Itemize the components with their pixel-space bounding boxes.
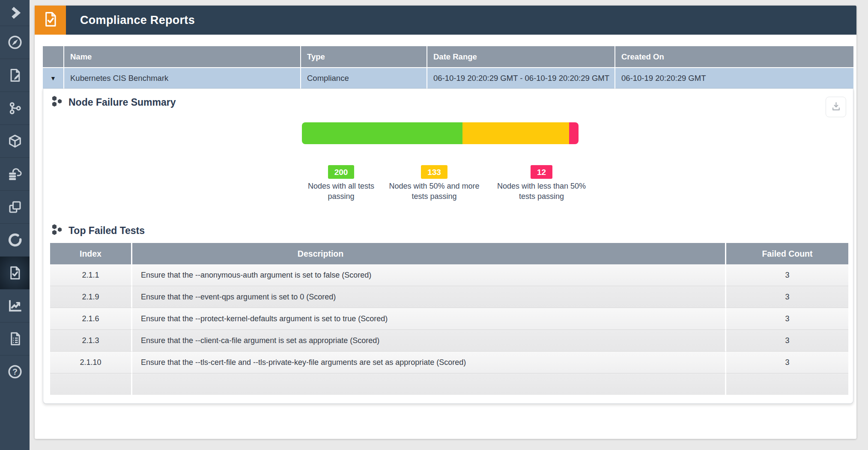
test-description-cell: Ensure that the --anonymous-auth argumen…: [132, 264, 726, 286]
legend-label: Nodes with all tests passing: [304, 181, 379, 202]
sidebar-item-explore[interactable]: [0, 26, 30, 59]
failed-test-row: 2.1.10 Ensure that the --tls-cert-file a…: [50, 351, 848, 373]
sidebar: ?: [0, 0, 30, 450]
test-description-cell: Ensure that the --protect-kernel-default…: [132, 308, 726, 329]
reports-table-header-row: Name Type Date Range Created On: [43, 46, 853, 67]
page-title: Compliance Reports: [80, 14, 195, 27]
refresh-icon: [7, 232, 23, 248]
test-description-cell: Ensure that the --event-qps argument is …: [132, 286, 726, 308]
col-failed-count: Failed Count: [726, 243, 848, 264]
node-failure-legend: 200 Nodes with all tests passing 133 Nod…: [304, 165, 590, 202]
legend-item: 133 Nodes with 50% and more tests passin…: [383, 165, 486, 202]
test-index-cell: 2.1.9: [50, 286, 132, 308]
compass-icon: [7, 35, 23, 50]
download-icon: [830, 101, 842, 113]
legend-value-badge: 133: [421, 165, 447, 179]
sidebar-item-topology[interactable]: [0, 92, 30, 124]
report-date-range-cell: 06-10-19 20:20:29 GMT - 06-10-19 20:20:2…: [427, 67, 615, 89]
hexagon-nodes-icon: [51, 223, 63, 238]
document-check-icon: [42, 11, 59, 30]
question-mark-icon: ?: [7, 364, 23, 379]
document-check-icon: [7, 265, 23, 281]
row-expander-icon[interactable]: ▼: [43, 67, 64, 89]
overlapping-squares-icon: [7, 199, 23, 215]
sidebar-item-workloads[interactable]: [0, 124, 30, 157]
sidebar-item-report-list[interactable]: [0, 322, 30, 355]
legend-label: Nodes with less than 50% tests passing: [493, 181, 590, 202]
svg-text:?: ?: [12, 367, 18, 376]
failed-tests-header-row: Index Description Failed Count: [50, 243, 848, 264]
report-name-cell: Kubernetes CIS Benchmark: [64, 67, 301, 89]
download-report-button[interactable]: [826, 97, 846, 117]
test-description-cell: Ensure that the --client-ca-file argumen…: [132, 329, 726, 351]
failed-test-row: 2.1.9 Ensure that the --event-qps argume…: [50, 286, 848, 308]
top-failed-tests-table: Index Description Failed Count 2.1.1 Ens…: [50, 243, 848, 395]
test-index-cell: 2.1.6: [50, 308, 132, 329]
section-title: Top Failed Tests: [69, 225, 145, 237]
node-failure-stacked-bar: [302, 122, 579, 144]
sidebar-item-metrics[interactable]: [0, 289, 30, 322]
cloud-database-icon: [7, 166, 23, 182]
test-failed-count-cell: 3: [726, 329, 848, 351]
legend-item: 200 Nodes with all tests passing: [304, 165, 379, 202]
bar-segment: [302, 122, 462, 144]
compliance-header-icon-box: [35, 6, 66, 35]
col-index: Index: [50, 243, 132, 264]
bar-segment: [462, 122, 569, 144]
failed-test-row: 2.1.1 Ensure that the --anonymous-auth a…: [50, 264, 848, 286]
col-created-on: Created On: [615, 46, 853, 67]
branch-icon: [7, 101, 23, 116]
test-description-cell: Ensure that the --tls-cert-file and --tl…: [132, 351, 726, 373]
report-detail-panel: Node Failure Summary 200 Nodes with all …: [43, 89, 853, 404]
top-failed-tests-heading: Top Failed Tests: [51, 223, 145, 238]
hexagon-nodes-icon: [51, 95, 63, 110]
legend-label: Nodes with 50% and more tests passing: [383, 181, 486, 202]
failed-test-row: 2.1.3 Ensure that the --client-ca-file a…: [50, 329, 848, 351]
document-edit-icon: [7, 68, 23, 83]
sidebar-item-expand[interactable]: [0, 0, 30, 26]
line-chart-icon: [7, 298, 23, 314]
empty-row: [50, 373, 848, 395]
section-title: Node Failure Summary: [69, 97, 176, 108]
test-index-cell: 2.1.1: [50, 264, 132, 286]
test-failed-count-cell: 3: [726, 351, 848, 373]
node-failure-summary-heading: Node Failure Summary: [51, 95, 176, 110]
report-created-on-cell: 06-10-19 20:20:29 GMT: [615, 67, 853, 89]
report-type-cell: Compliance: [301, 67, 427, 89]
test-failed-count-cell: 3: [726, 308, 848, 329]
test-index-cell: 2.1.3: [50, 329, 132, 351]
failed-test-row: 2.1.6 Ensure that the --protect-kernel-d…: [50, 308, 848, 329]
document-list-icon: [7, 331, 23, 346]
col-name: Name: [64, 46, 301, 67]
col-description: Description: [132, 243, 726, 264]
test-failed-count-cell: 3: [726, 286, 848, 308]
sidebar-item-report-edit[interactable]: [0, 59, 30, 92]
col-date-range: Date Range: [427, 46, 615, 67]
compliance-reports-table: Name Type Date Range Created On ▼ Kubern…: [43, 46, 853, 89]
legend-value-badge: 200: [328, 165, 355, 179]
report-row[interactable]: ▼ Kubernetes CIS Benchmark Compliance 06…: [43, 67, 853, 89]
col-expander: [43, 46, 64, 67]
legend-value-badge: 12: [531, 165, 552, 179]
sidebar-item-help[interactable]: ?: [0, 355, 30, 388]
sidebar-item-cloud-data[interactable]: [0, 157, 30, 190]
page-header: Compliance Reports: [35, 6, 856, 35]
legend-item: 12 Nodes with less than 50% tests passin…: [493, 165, 590, 202]
sidebar-item-windows[interactable]: [0, 190, 30, 223]
cube-icon: [7, 133, 23, 149]
col-type: Type: [301, 46, 427, 67]
sidebar-item-activity[interactable]: [0, 223, 30, 256]
bar-segment: [569, 122, 579, 144]
sidebar-item-compliance[interactable]: [0, 256, 30, 289]
test-index-cell: 2.1.10: [50, 351, 132, 373]
test-failed-count-cell: 3: [726, 264, 848, 286]
chevron-right-icon: [7, 5, 23, 21]
content-card: Compliance Reports Name Type Date Range …: [35, 6, 856, 439]
